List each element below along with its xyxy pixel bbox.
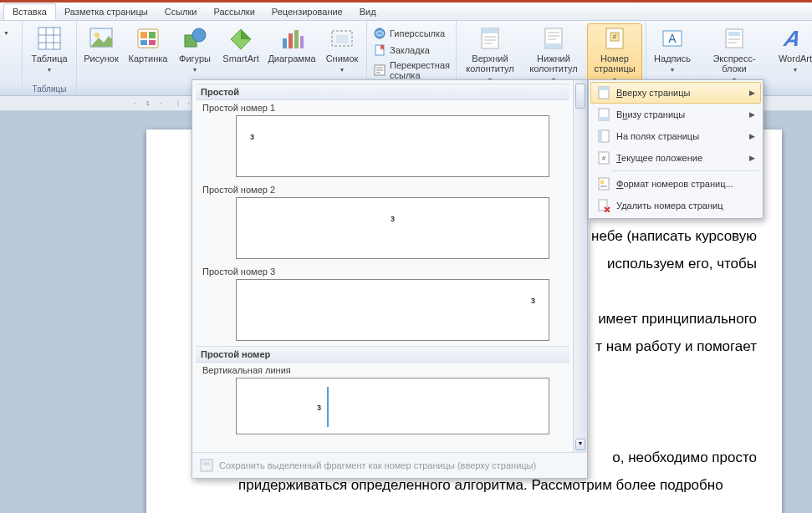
clipart-label: Картинка <box>129 53 168 63</box>
hyperlink-label: Гиперссылка <box>390 28 445 38</box>
svg-rect-18 <box>294 30 299 48</box>
wordart-button[interactable]: A WordArt▼ <box>774 23 812 77</box>
save-selection-icon <box>199 458 214 473</box>
tab-view[interactable]: Вид <box>351 4 385 19</box>
menu-label: екущее положение <box>621 153 702 163</box>
picture-button[interactable]: Рисунок <box>80 23 122 65</box>
remove-icon <box>596 199 611 212</box>
shapes-icon <box>181 25 208 52</box>
svg-point-6 <box>94 33 100 38</box>
menu-label: ормат номеров страниц... <box>623 179 733 189</box>
tab-mailings[interactable]: Рассылки <box>205 4 263 19</box>
page-top-icon <box>596 86 611 99</box>
menu-item-top-of-page[interactable]: Вверху страницы ▶ <box>590 82 761 104</box>
submenu-arrow-icon: ▶ <box>749 110 755 119</box>
page-number-gallery: Простой Простой номер 1 3 Простой номер … <box>192 79 588 479</box>
menu-item-current-position[interactable]: # Текущее положение ▶ <box>590 147 761 169</box>
menu-label: Удалить номера страниц <box>616 201 723 211</box>
wordart-label: WordArt <box>779 53 812 63</box>
svg-rect-50 <box>599 87 609 90</box>
chart-label: Диаграмма <box>268 53 315 63</box>
group-partial-left: ▼ <box>0 21 23 95</box>
crossref-label: Перекрестная ссылка <box>390 60 450 80</box>
bookmark-button[interactable]: Закладка <box>370 43 432 58</box>
gallery-item-label: Простой номер 3 <box>196 264 569 277</box>
svg-rect-19 <box>300 36 304 48</box>
gallery-item-simple-2[interactable]: 3 <box>236 197 549 259</box>
hyperlink-button[interactable]: Гиперссылка <box>370 26 447 41</box>
svg-text:A: A <box>668 32 677 45</box>
menu-item-page-margins[interactable]: На полях страницы ▶ <box>590 125 761 147</box>
gallery-item-vertical-line[interactable]: 3 <box>236 378 549 434</box>
hyperlink-icon <box>373 27 386 40</box>
gallery-item-label: Вертикальная линия <box>196 363 569 376</box>
gallery-footer-label: Сохранить выделенный фрагмент как номер … <box>219 460 536 470</box>
table-button[interactable]: Таблица▼ <box>26 23 73 77</box>
svg-rect-11 <box>149 40 156 45</box>
svg-rect-17 <box>289 33 293 48</box>
page-number-button[interactable]: # Номер страницы ▼ <box>587 23 642 87</box>
group-tables-label: Таблицы <box>26 84 73 95</box>
format-icon <box>596 177 611 190</box>
crossref-button[interactable]: Перекрестная ссылка <box>370 59 452 81</box>
smartart-label: SmartArt <box>222 53 258 63</box>
menu-item-format-page-numbers[interactable]: Формат номеров страниц... <box>590 173 761 195</box>
page-margin-icon <box>596 130 611 143</box>
tab-page-layout[interactable]: Разметка страницы <box>56 4 156 19</box>
svg-rect-58 <box>600 180 604 184</box>
svg-rect-54 <box>599 130 602 142</box>
smartart-icon <box>227 25 254 52</box>
svg-point-13 <box>192 28 206 42</box>
menu-item-remove-page-numbers[interactable]: Удалить номера страниц <box>590 195 761 216</box>
gallery-scrollbar[interactable]: ▾ <box>573 80 587 452</box>
gallery-save-selection[interactable]: Сохранить выделенный фрагмент как номер … <box>192 452 587 478</box>
picture-icon <box>88 25 115 52</box>
chart-button[interactable]: Диаграмма <box>266 23 318 65</box>
current-position-icon: # <box>596 151 611 165</box>
svg-text:A: A <box>782 26 803 51</box>
textbox-button[interactable]: A Надпись▼ <box>650 23 695 77</box>
submenu-arrow-icon: ▶ <box>749 154 755 162</box>
chevron-down-icon[interactable]: ▼ <box>3 30 9 36</box>
screenshot-button[interactable]: Снимок▼ <box>321 23 363 77</box>
header-button[interactable]: Верхний колонтитул ▼ <box>460 23 520 87</box>
quickparts-label: Экспресс-блоки <box>712 53 755 74</box>
menu-label: изу страницы <box>627 109 685 119</box>
crossref-icon <box>373 63 386 77</box>
sample-number: 3 <box>391 215 395 223</box>
sample-number: 3 <box>250 133 254 141</box>
clipart-icon <box>135 25 161 52</box>
clipart-button[interactable]: Картинка <box>125 23 171 65</box>
svg-rect-16 <box>283 38 287 48</box>
svg-rect-0 <box>38 28 60 49</box>
menu-separator <box>612 170 759 171</box>
menu-item-bottom-of-page[interactable]: Внизу страницы ▶ <box>590 104 761 125</box>
ribbon-tabs: Вставка Разметка страницы Ссылки Рассылк… <box>0 3 812 21</box>
header-icon <box>477 25 503 52</box>
gallery-item-simple-1[interactable]: 3 <box>236 115 549 177</box>
footer-label: Нижний колонтитул <box>529 53 578 74</box>
footer-button[interactable]: Нижний колонтитул ▼ <box>523 23 584 87</box>
tab-review[interactable]: Рецензирование <box>263 4 351 19</box>
gallery-group-simple-number: Простой номер <box>196 346 569 363</box>
gallery-item-simple-3[interactable]: 3 <box>236 279 549 341</box>
tab-insert[interactable]: Вставка <box>3 3 56 20</box>
tab-references[interactable]: Ссылки <box>156 4 206 19</box>
page-bottom-icon <box>596 108 611 121</box>
scrollbar-down-icon[interactable]: ▾ <box>575 439 585 450</box>
bookmark-icon <box>373 43 386 57</box>
gallery-group-simple: Простой <box>196 84 569 100</box>
shapes-button[interactable]: Фигуры▼ <box>174 23 216 77</box>
smartart-button[interactable]: SmartArt <box>219 23 263 65</box>
header-label: Верхний колонтитул <box>466 53 514 74</box>
svg-rect-45 <box>728 32 740 36</box>
screenshot-icon <box>329 25 355 52</box>
table-label: Таблица <box>31 53 67 63</box>
svg-text:#: # <box>602 155 606 162</box>
scrollbar-thumb[interactable] <box>575 84 585 109</box>
svg-rect-35 <box>545 43 562 48</box>
page-number-label: Номер страницы <box>594 53 635 74</box>
textbox-icon: A <box>659 25 686 52</box>
quickparts-icon <box>721 25 748 52</box>
quickparts-button[interactable]: Экспресс-блоки▼ <box>698 23 770 87</box>
